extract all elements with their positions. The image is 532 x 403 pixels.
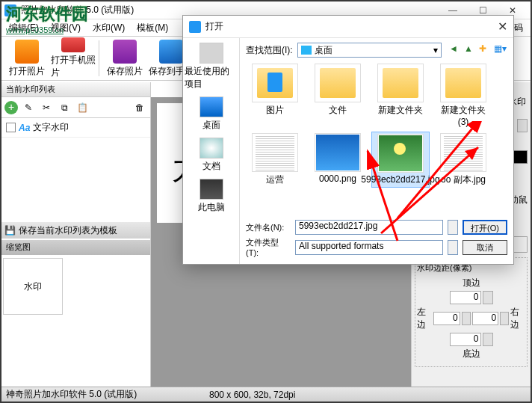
- margin-top-input[interactable]: 0: [450, 291, 481, 304]
- watermark-list-tab[interactable]: 当前水印列表: [1, 82, 150, 97]
- left-sidebar: 当前水印列表 + ✎ ✂ ⧉ 📋 🗑 Aa 文字水印 💾 保存当前水印列表为模板…: [1, 82, 151, 387]
- save-photo-button[interactable]: 保存照片: [102, 37, 147, 79]
- separator: [99, 40, 99, 76]
- filetype-input[interactable]: All supported formats: [295, 240, 443, 255]
- window-title: 照片加水印软件 5.0 (试用版): [21, 4, 134, 16]
- file-item[interactable]: 运营: [246, 132, 304, 188]
- folder-item[interactable]: 新建文件夹 (3): [434, 62, 492, 129]
- places-bar: 最近使用的项目 桌面 文档 此电脑: [183, 38, 240, 264]
- folder-small-icon: [301, 46, 312, 55]
- file-grid: 图片 文件 新建文件夹 新建文件夹 (3) 运营 0000.png 5993ec…: [246, 62, 507, 194]
- paste-button[interactable]: 📋: [75, 100, 90, 115]
- thispc-icon: [200, 179, 223, 200]
- text-watermark-icon: Aa: [19, 123, 30, 133]
- newfolder-icon[interactable]: ✚: [479, 43, 492, 57]
- place-documents[interactable]: 文档: [200, 138, 223, 173]
- margin-right-input[interactable]: 0: [472, 312, 499, 325]
- filename-dropdown[interactable]: [448, 220, 458, 235]
- file-item-selected[interactable]: 5993ecb2dd217.jpg: [371, 132, 430, 188]
- place-recent[interactable]: 最近使用的项目: [185, 43, 238, 90]
- menu-edit[interactable]: 编辑(E): [4, 20, 43, 36]
- thumbnail-header: 缩览图: [1, 240, 150, 255]
- documents-icon: [200, 138, 223, 159]
- lookin-combo[interactable]: 桌面▾: [297, 43, 442, 58]
- open-dialog: 打开 ✕ 最近使用的项目 桌面 文档 此电脑 查找范围(I): 桌面▾ ◄ ▲ …: [182, 15, 514, 265]
- edit-watermark-button[interactable]: ✎: [21, 100, 36, 115]
- cut-button[interactable]: ✂: [39, 100, 54, 115]
- margin-bottom-input[interactable]: 0: [450, 333, 481, 346]
- place-thispc[interactable]: 此电脑: [198, 179, 225, 214]
- folder-item[interactable]: 新建文件夹: [371, 62, 430, 129]
- dialog-close-button[interactable]: ✕: [498, 19, 507, 34]
- menu-watermark[interactable]: 水印(W): [88, 20, 129, 36]
- save-template-bar[interactable]: 💾 保存当前水印列表为模板: [1, 222, 150, 239]
- folder-item[interactable]: 文件: [309, 62, 367, 129]
- open-button[interactable]: 打开(O): [463, 220, 507, 235]
- watermark-item-label: 文字水印: [33, 121, 69, 134]
- recent-icon: [200, 43, 223, 64]
- save-phone-icon: [159, 40, 183, 64]
- watermark-item[interactable]: Aa 文字水印: [1, 118, 150, 138]
- folder-item[interactable]: 图片: [246, 62, 304, 129]
- app-icon: [4, 4, 16, 16]
- file-item[interactable]: oo 副本.jpg: [434, 132, 492, 188]
- status-right: 800 x 600, 32b, 72dpi: [209, 390, 295, 400]
- up-icon[interactable]: ▲: [464, 43, 477, 57]
- delete-button[interactable]: 🗑: [132, 100, 147, 115]
- watermark-tools: + ✎ ✂ ⧉ 📋 🗑: [1, 97, 150, 118]
- status-left: 神奇照片加水印软件 5.0 (试用版): [6, 388, 137, 401]
- save-template-icon: 💾: [4, 225, 16, 236]
- back-icon[interactable]: ◄: [449, 43, 463, 57]
- phone-icon: [61, 37, 85, 52]
- menu-view[interactable]: 视图(V): [46, 20, 85, 36]
- open-phone-button[interactable]: 打开手机照片: [51, 37, 96, 79]
- save-icon: [113, 40, 137, 64]
- cancel-button[interactable]: 取消: [463, 240, 507, 255]
- folder-icon: [15, 40, 39, 64]
- open-photo-button[interactable]: 打开照片: [4, 37, 49, 79]
- margin-box: 水印边距(像素) 顶边 0 左边 0 0 右边 0 底边: [415, 257, 528, 367]
- lookin-label: 查找范围(I):: [246, 44, 293, 57]
- menu-template[interactable]: 模板(M): [132, 20, 173, 36]
- file-item[interactable]: 0000.png: [309, 132, 367, 188]
- view-menu-icon[interactable]: ▦▾: [494, 43, 507, 57]
- add-watermark-button[interactable]: +: [4, 101, 18, 114]
- copy-button[interactable]: ⧉: [57, 100, 72, 115]
- place-desktop[interactable]: 桌面: [200, 96, 223, 132]
- watermark-checkbox[interactable]: [6, 123, 16, 132]
- margin-left-input[interactable]: 0: [433, 312, 460, 325]
- filename-label: 文件名(N):: [246, 222, 291, 233]
- dialog-icon: [189, 21, 201, 33]
- filename-input[interactable]: 5993ecb2dd217.jpg: [295, 220, 443, 235]
- spinner[interactable]: [517, 119, 528, 132]
- dialog-title: 打开: [205, 20, 223, 33]
- dialog-titlebar: 打开 ✕: [183, 16, 513, 38]
- desktop-icon: [200, 96, 223, 117]
- thumbnail-preview[interactable]: 水印: [3, 258, 63, 315]
- filetype-dropdown[interactable]: [448, 240, 458, 255]
- filetype-label: 文件类型(T):: [246, 237, 291, 257]
- status-bar: 神奇照片加水印软件 5.0 (试用版) 800 x 600, 32b, 72dp…: [1, 387, 531, 402]
